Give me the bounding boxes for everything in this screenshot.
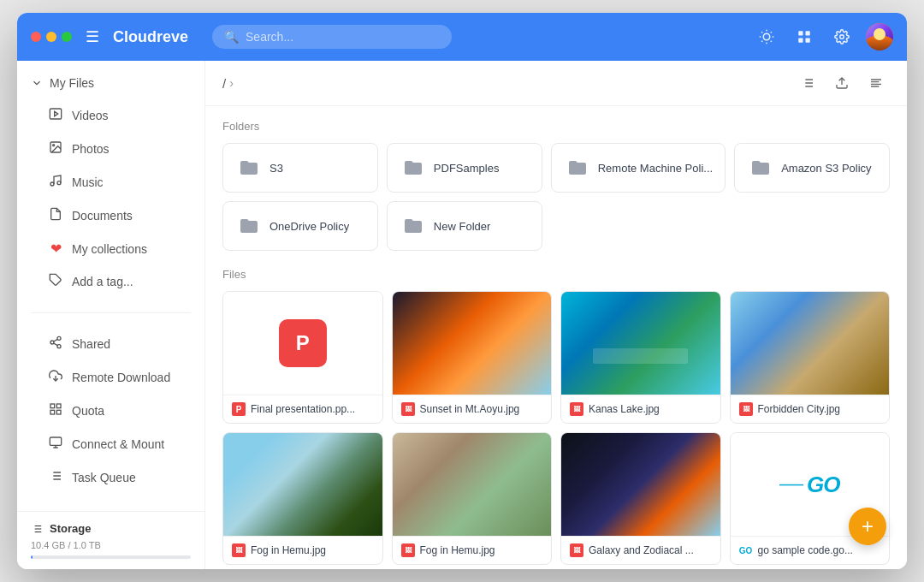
folder-s3[interactable]: S3 — [222, 143, 378, 193]
sidebar-item-collections[interactable]: ❤ My collections — [24, 233, 198, 264]
sidebar-item-documents[interactable]: Documents — [24, 199, 198, 232]
search-bar[interactable]: 🔍 — [212, 25, 452, 49]
sidebar-divider — [31, 312, 191, 313]
traffic-lights — [31, 32, 72, 42]
music-icon — [48, 174, 63, 191]
content-scroll: Folders S3 — [205, 106, 907, 569]
folder-onedrive[interactable]: OneDrive Policy — [222, 201, 378, 251]
file-info: 🖼 Galaxy and Zodiacal ... — [561, 536, 720, 564]
sidebar-item-connect-mount[interactable]: Connect & Mount — [24, 428, 198, 460]
file-info: 🖼 Fog in Hemu.jpg — [393, 536, 552, 564]
file-thumbnail — [731, 292, 890, 395]
svg-rect-28 — [56, 404, 61, 408]
file-kanas[interactable]: 🖼 Kanas Lake.jpg — [560, 291, 721, 424]
file-info: 🖼 Sunset in Mt.Aoyu.jpg — [393, 395, 552, 423]
file-name: Fog in Hemu.jpg — [420, 544, 495, 556]
content-toolbar: / › — [205, 61, 907, 106]
file-name: Galaxy and Zodiacal ... — [589, 544, 694, 556]
svg-rect-27 — [50, 404, 55, 408]
folder-icon — [235, 212, 263, 240]
extra-items-section: Shared Remote Download — [17, 320, 204, 502]
file-thumbnail: P — [223, 292, 382, 395]
video-icon — [48, 107, 63, 124]
svg-point-23 — [57, 345, 61, 348]
folder-remote-machine[interactable]: Remote Machine Poli... — [551, 143, 726, 193]
titlebar: ☰ Cloudreve 🔍 — [17, 13, 907, 61]
sidebar-item-task-queue[interactable]: Task Queue — [24, 461, 198, 494]
search-input[interactable] — [246, 30, 440, 44]
ppt-icon-large: P — [279, 319, 327, 367]
my-files-header[interactable]: My Files — [17, 68, 204, 98]
shared-label: Shared — [72, 337, 110, 351]
minimize-button[interactable] — [46, 32, 56, 42]
sidebar-item-quota[interactable]: Quota — [24, 395, 198, 427]
folder-pdfsamples[interactable]: PDFSamples — [387, 143, 542, 193]
tags-label: Add a tag... — [72, 275, 133, 288]
theme-toggle-icon[interactable] — [753, 23, 780, 50]
sidebar-item-tags[interactable]: Add a tag... — [24, 265, 198, 298]
quota-icon — [48, 402, 63, 419]
storage-info: 10.4 GB / 1.0 TB — [31, 540, 191, 550]
file-presentation[interactable]: P P Final presentation.pp... — [222, 291, 383, 424]
folder-amazon-s3[interactable]: Amazon S3 Policy — [734, 143, 890, 193]
file-fog[interactable]: 🖼 Fog in Hemu.jpg — [392, 432, 553, 565]
svg-point-22 — [50, 341, 54, 344]
sidebar-item-shared[interactable]: Shared — [24, 328, 198, 360]
upload-icon[interactable] — [828, 69, 856, 97]
breadcrumb-root: / — [222, 76, 226, 91]
svg-point-17 — [53, 145, 55, 146]
folder-icon — [564, 154, 591, 181]
file-name: Kanas Lake.jpg — [589, 403, 660, 415]
img-type-icon: 🖼 — [401, 543, 415, 557]
photos-label: Photos — [72, 142, 110, 156]
settings-icon[interactable] — [828, 23, 856, 50]
storage-section: Storage 10.4 GB / 1.0 TB — [17, 511, 204, 569]
sidebar-item-remote-download[interactable]: Remote Download — [24, 361, 198, 394]
fab-button[interactable]: + — [849, 508, 886, 545]
close-button[interactable] — [31, 32, 41, 42]
file-galaxy[interactable]: 🖼 Galaxy and Zodiacal ... — [560, 432, 721, 565]
svg-rect-29 — [50, 410, 55, 414]
folder-icon — [747, 154, 774, 181]
svg-line-3 — [761, 32, 762, 33]
sidebar-item-videos[interactable]: Videos — [24, 99, 198, 132]
img-type-icon: 🖼 — [739, 402, 753, 416]
file-forbidden-city[interactable]: 🖼 Forbidden City.jpg — [730, 291, 891, 424]
sidebar: My Files Videos — [17, 61, 205, 569]
file-thumbnail — [393, 433, 552, 536]
list-view-icon[interactable] — [794, 69, 821, 97]
documents-icon — [48, 207, 63, 224]
sidebar-item-music[interactable]: Music — [24, 166, 198, 199]
file-sunset[interactable]: 🖼 Sunset in Mt.Aoyu.jpg — [392, 291, 553, 424]
go-type-icon: GO — [739, 543, 753, 557]
file-mountain[interactable]: 🖼 Fog in Hemu.jpg — [222, 432, 383, 565]
file-name: Fog in Hemu.jpg — [251, 544, 326, 556]
photo-icon — [48, 140, 63, 157]
grid-view-icon[interactable] — [791, 23, 818, 50]
img-type-icon: 🖼 — [570, 543, 583, 557]
file-name: Sunset in Mt.Aoyu.jpg — [420, 403, 520, 415]
file-thumbnail — [223, 433, 382, 536]
folder-new-folder[interactable]: New Folder — [387, 201, 542, 251]
maximize-button[interactable] — [62, 32, 72, 42]
remote-download-label: Remote Download — [72, 371, 170, 384]
menu-icon[interactable]: ☰ — [86, 27, 99, 46]
avatar[interactable] — [866, 23, 893, 50]
svg-line-8 — [771, 32, 772, 33]
svg-rect-10 — [806, 31, 810, 35]
folder-name: OneDrive Policy — [270, 220, 349, 233]
svg-line-24 — [54, 343, 58, 346]
svg-point-0 — [763, 33, 770, 40]
files-grid: P P Final presentation.pp... 🖼 — [222, 291, 890, 565]
svg-point-18 — [50, 182, 54, 186]
folder-icon — [400, 154, 427, 181]
sidebar-item-photos[interactable]: Photos — [24, 133, 198, 165]
svg-point-13 — [840, 35, 844, 39]
main-content: My Files Videos — [17, 61, 907, 569]
sort-icon[interactable] — [862, 69, 890, 97]
content-area: / › — [205, 61, 907, 569]
connect-mount-label: Connect & Mount — [72, 437, 164, 451]
folder-name: New Folder — [434, 220, 490, 233]
file-thumbnail — [561, 433, 720, 536]
quota-label: Quota — [72, 404, 104, 418]
